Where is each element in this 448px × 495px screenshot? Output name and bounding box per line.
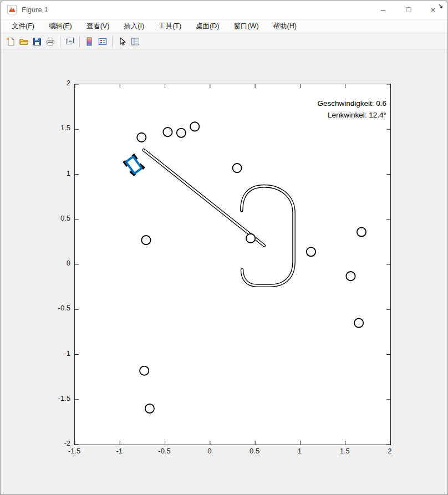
legend-icon [98, 37, 108, 47]
car-marker [122, 153, 145, 177]
y-tick-label: -1.5 [43, 394, 70, 402]
window-title: Figure 1 [22, 6, 48, 14]
minimize-button[interactable]: – [371, 1, 395, 19]
checkpoint-11 [140, 366, 149, 375]
checkpoint-3 [190, 122, 199, 131]
colorbar-icon [84, 37, 94, 47]
car-body [126, 156, 141, 173]
new-file-icon [6, 37, 16, 47]
toolbar-separator [60, 36, 60, 47]
menu-item-3[interactable]: 插入(I) [118, 20, 150, 33]
property-panel-icon [130, 37, 140, 47]
checkpoint-10 [141, 236, 150, 244]
printer-icon [45, 37, 55, 47]
save-floppy-icon [32, 37, 42, 47]
figure-canvas: -1.5-1-0.500.511.52 -2-1.5-1-0.500.511.5… [1, 50, 447, 494]
x-tick-label: 2 [378, 447, 402, 455]
menu-item-4[interactable]: 工具(T) [153, 20, 187, 33]
link-plot-icon [65, 37, 75, 47]
y-tick-label: 0 [43, 259, 70, 267]
track-plot [75, 84, 390, 445]
y-tick-label: -2 [43, 439, 70, 447]
y-tick-label: 1 [43, 169, 70, 177]
speed-text: Geschwindigkeit: 0.6 [317, 98, 386, 109]
checkpoint-markers [137, 122, 366, 413]
x-tick-label: 0.5 [242, 447, 267, 455]
toolbar-separator [79, 36, 80, 47]
dock-arrow-icon[interactable]: ↘ [438, 2, 443, 9]
print-button[interactable] [44, 35, 57, 48]
menu-item-6[interactable]: 窗口(W) [228, 20, 264, 33]
open-file-button[interactable] [17, 35, 30, 48]
cursor-arrow-icon [117, 37, 127, 47]
insert-legend-button[interactable] [96, 35, 109, 48]
y-tick-label: -0.5 [43, 304, 70, 312]
x-tick-label: -1.5 [62, 447, 86, 455]
checkpoint-1 [163, 127, 172, 136]
checkpoint-0 [137, 133, 146, 142]
menu-bar: 文件(F)编辑(E)查看(V)插入(I)工具(T)桌面(D)窗口(W)帮助(H) [1, 19, 447, 33]
x-tick-label: -1 [107, 447, 131, 455]
menu-item-2[interactable]: 查看(V) [81, 20, 115, 33]
y-tick-label: 1.5 [43, 124, 70, 132]
checkpoint-7 [357, 227, 366, 236]
y-tick-label: 0.5 [43, 214, 70, 222]
maximize-button[interactable]: □ [396, 1, 421, 19]
edit-plot-button[interactable] [115, 35, 129, 48]
checkpoint-4 [232, 164, 241, 172]
axes-plot-area [74, 84, 391, 445]
y-tick-label: 2 [43, 79, 70, 87]
save-button[interactable] [30, 35, 44, 48]
steering-text: Lenkwinkel: 12.4° [317, 109, 386, 121]
x-tick-label: -0.5 [152, 447, 177, 455]
figure-window: Figure 1 – □ × 文件(F)编辑(E)查看(V)插入(I)工具(T)… [0, 0, 448, 495]
link-plot-button[interactable] [63, 35, 77, 48]
menu-item-5[interactable]: 桌面(D) [190, 20, 225, 33]
new-file-button[interactable] [4, 35, 17, 48]
checkpoint-5 [246, 234, 255, 243]
open-folder-icon [19, 37, 29, 47]
menu-item-1[interactable]: 编辑(E) [43, 20, 78, 33]
telemetry-annotation: Geschwindigkeit: 0.6 Lenkwinkel: 12.4° [317, 98, 386, 121]
property-editor-button[interactable] [129, 35, 142, 48]
checkpoint-2 [177, 129, 186, 137]
toolbar [1, 34, 447, 49]
matlab-figure-icon [7, 5, 17, 14]
x-tick-label: 1.5 [333, 447, 357, 455]
insert-colorbar-button[interactable] [83, 35, 96, 48]
checkpoint-8 [346, 272, 355, 280]
menu-item-0[interactable]: 文件(F) [6, 20, 40, 33]
x-tick-label: 0 [197, 447, 222, 455]
checkpoint-12 [145, 404, 154, 413]
axis-ticks [75, 84, 390, 445]
track-wall-divider-core [144, 150, 264, 246]
toolbar-separator [112, 36, 113, 47]
checkpoint-6 [307, 247, 315, 256]
menu-item-7[interactable]: 帮助(H) [268, 20, 302, 33]
checkpoint-9 [354, 319, 363, 328]
title-bar: Figure 1 – □ × [1, 1, 447, 19]
x-tick-label: 1 [287, 447, 312, 455]
y-tick-label: -1 [43, 349, 70, 358]
